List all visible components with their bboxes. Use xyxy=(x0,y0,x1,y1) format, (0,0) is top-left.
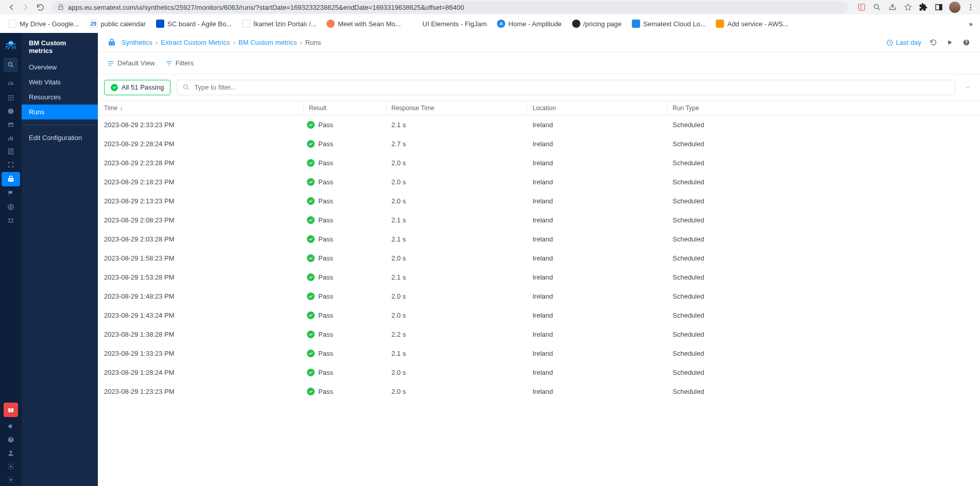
arrow-left-icon xyxy=(7,3,16,12)
cell-response-time: 2.0 s xyxy=(386,254,527,262)
rail-item-gift[interactable] xyxy=(4,403,18,417)
rail-item-integrations[interactable] xyxy=(2,474,20,486)
table-row[interactable]: 2023-08-29 1:38:28 PMPass2.2 sIrelandSch… xyxy=(98,325,980,344)
cell-response-time: 2.1 s xyxy=(386,216,527,224)
table-row[interactable]: 2023-08-29 2:28:24 PMPass2.7 sIrelandSch… xyxy=(98,134,980,153)
col-header-run-type[interactable]: Run Type xyxy=(667,101,974,115)
col-header-time[interactable]: Time↓ xyxy=(104,101,304,115)
cell-result: Pass xyxy=(304,254,386,262)
rail-item-dashboard[interactable] xyxy=(2,78,20,91)
share-icon[interactable] xyxy=(887,2,898,12)
sematext-logo-icon[interactable] xyxy=(4,37,18,51)
forward-button[interactable] xyxy=(19,0,33,14)
reload-button[interactable] xyxy=(33,0,47,14)
help-button[interactable] xyxy=(961,39,971,46)
table-row[interactable]: 2023-08-29 2:08:23 PMPass2.1 sIrelandSch… xyxy=(98,211,980,230)
rail-item-info[interactable] xyxy=(2,105,20,117)
bookmark-item[interactable]: AHome - Amplitude xyxy=(493,18,565,30)
bookmark-item[interactable]: My Drive - Google... xyxy=(4,18,83,30)
sidepanel-icon[interactable] xyxy=(934,2,944,12)
bookmark-item[interactable]: Sematext Cloud Lo... xyxy=(628,18,710,30)
side-link-overview[interactable]: Overview xyxy=(22,60,98,75)
translate-icon[interactable] xyxy=(856,2,867,12)
table-row[interactable]: 2023-08-29 1:33:23 PMPass2.1 sIrelandSch… xyxy=(98,344,980,363)
rail-item-metrics[interactable] xyxy=(2,132,20,144)
profile-avatar[interactable] xyxy=(949,2,960,13)
breadcrumb-link[interactable]: Extract Custom Metrics xyxy=(161,39,230,46)
rail-item-globe[interactable] xyxy=(2,201,20,213)
pass-icon xyxy=(307,235,315,243)
breadcrumb-link[interactable]: Synthetics xyxy=(122,39,152,46)
rail-item-logs[interactable] xyxy=(2,145,20,158)
table-row[interactable]: 2023-08-29 2:13:23 PMPass2.0 sIrelandSch… xyxy=(98,192,980,211)
cell-time: 2023-08-29 2:03:28 PM xyxy=(104,235,304,243)
table-row[interactable]: 2023-08-29 2:23:28 PMPass2.0 sIrelandSch… xyxy=(98,153,980,172)
bookmark-item[interactable]: UI Elements - FigJam xyxy=(407,18,491,30)
table-row[interactable]: 2023-08-29 1:53:28 PMPass2.1 sIrelandSch… xyxy=(98,268,980,287)
bookmark-item[interactable]: Meet with Sean Mo... xyxy=(322,18,405,30)
url-bar[interactable]: apps.eu.sematext.com/ui/synthetics/25927… xyxy=(51,1,848,13)
bookmark-item[interactable]: İkamet İzin Portalı /... xyxy=(238,18,320,30)
cell-location: Ireland xyxy=(527,216,667,224)
back-button[interactable] xyxy=(4,0,19,14)
bookmarks-overflow-icon[interactable]: » xyxy=(966,19,976,29)
bookmark-item[interactable]: SC board - Agile Bo... xyxy=(152,18,236,30)
filters-button[interactable]: Filters xyxy=(165,59,194,67)
time-range-label: Last day xyxy=(896,39,921,46)
side-link-edit-config[interactable]: Edit Configuration xyxy=(22,130,98,145)
col-header-result[interactable]: Result xyxy=(304,101,386,115)
side-panel-title: BM Custom metrics xyxy=(22,33,98,60)
time-range-selector[interactable]: Last day xyxy=(886,39,921,46)
svg-point-12 xyxy=(10,95,11,96)
table-row[interactable]: 2023-08-29 1:23:23 PMPass2.0 sIrelandSch… xyxy=(98,382,980,401)
default-view-button[interactable]: Default View xyxy=(107,59,155,67)
rail-item-user[interactable] xyxy=(2,447,20,459)
menu-icon[interactable] xyxy=(966,2,976,12)
rail-item-flag[interactable] xyxy=(2,187,20,200)
table-row[interactable]: 2023-08-29 2:33:23 PMPass2.1 sIrelandSch… xyxy=(98,115,980,134)
rail-item-archive[interactable] xyxy=(2,118,20,131)
rail-item-fleet[interactable] xyxy=(2,214,20,227)
table-row[interactable]: 2023-08-29 2:18:23 PMPass2.0 sIrelandSch… xyxy=(98,172,980,192)
cell-response-time: 2.0 s xyxy=(386,159,527,167)
svg-point-37 xyxy=(10,465,12,467)
cell-result: Pass xyxy=(304,197,386,205)
star-icon[interactable] xyxy=(903,2,913,12)
rail-item-synthetics[interactable] xyxy=(2,172,20,186)
table-row[interactable]: 2023-08-29 1:58:23 PMPass2.0 sIrelandSch… xyxy=(98,249,980,268)
rail-item-apps[interactable] xyxy=(2,92,20,104)
cell-run-type: Scheduled xyxy=(667,311,974,319)
table-row[interactable]: 2023-08-29 1:48:23 PMPass2.0 sIrelandSch… xyxy=(98,287,980,306)
play-button[interactable] xyxy=(945,39,954,46)
table-row[interactable]: 2023-08-29 2:03:28 PMPass2.1 sIrelandSch… xyxy=(98,230,980,249)
svg-point-17 xyxy=(8,99,9,100)
rail-item-fullscreen[interactable] xyxy=(2,159,20,171)
cell-run-type: Scheduled xyxy=(667,197,974,205)
breadcrumb-current: Runs xyxy=(305,39,321,46)
filter-input[interactable] xyxy=(194,83,950,91)
table-row[interactable]: 2023-08-29 1:43:24 PMPass2.0 sIrelandSch… xyxy=(98,306,980,325)
col-header-response-time[interactable]: Response Time xyxy=(386,101,527,115)
cell-location: Ireland xyxy=(527,121,667,129)
cell-result: Pass xyxy=(304,388,386,395)
filter-expand-button[interactable] xyxy=(961,84,974,91)
extensions-icon[interactable] xyxy=(918,2,929,12)
rail-item-announce[interactable] xyxy=(2,420,20,432)
side-link-resources[interactable]: Resources xyxy=(22,90,98,105)
side-link-web-vitals[interactable]: Web Vitals xyxy=(22,75,98,90)
bookmark-item[interactable]: 29public calendar xyxy=(85,18,150,30)
table-row[interactable]: 2023-08-29 1:28:24 PMPass2.0 sIrelandSch… xyxy=(98,363,980,382)
rail-item-settings[interactable] xyxy=(2,460,20,473)
filter-row: All 51 Passing xyxy=(98,74,980,101)
chrome-actions xyxy=(856,2,976,13)
bookmark-item[interactable]: Add service - AWS... xyxy=(712,18,793,30)
col-header-location[interactable]: Location xyxy=(527,101,667,115)
refresh-button[interactable] xyxy=(929,39,938,46)
bookmark-item[interactable]: /pricing page xyxy=(568,18,626,30)
zoom-icon[interactable] xyxy=(872,2,882,12)
status-pill[interactable]: All 51 Passing xyxy=(104,80,170,95)
breadcrumb-link[interactable]: BM Custom metrics xyxy=(238,39,297,46)
side-link-runs[interactable]: Runs xyxy=(22,105,98,119)
rail-search-button[interactable] xyxy=(4,58,18,72)
rail-item-help[interactable] xyxy=(2,433,20,446)
